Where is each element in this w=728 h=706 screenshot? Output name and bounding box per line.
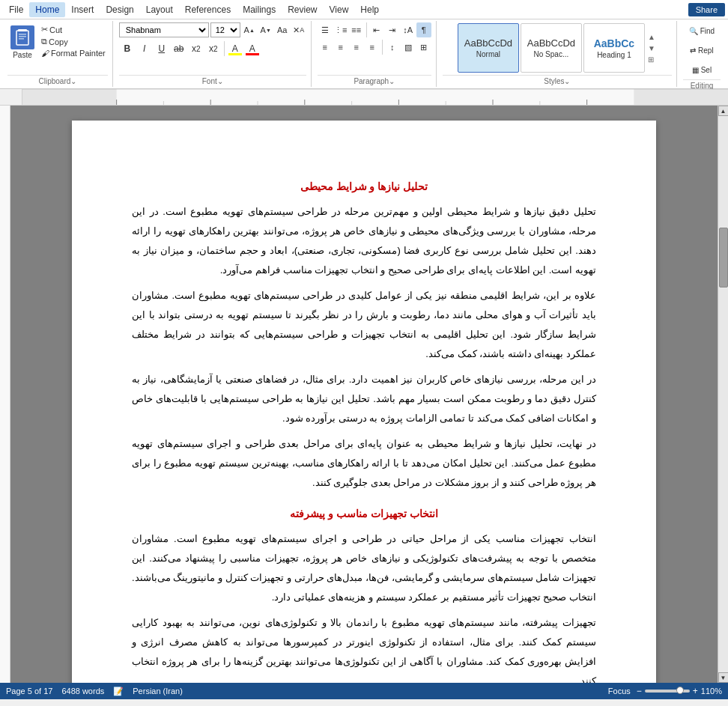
superscript-btn[interactable]: x2 xyxy=(205,40,222,57)
clipboard-expand-icon[interactable]: ⌄ xyxy=(70,77,76,85)
paragraph-group: ☰ ⋮≡ ≡≡ ⇤ ⇥ ↕A ¶ ≡ ≡ ≡ ≡ ↕ ▧ ⊞ xyxy=(313,21,437,87)
multilevel-btn[interactable]: ≡≡ xyxy=(349,22,364,37)
style-no-spacing-label: No Spac... xyxy=(534,50,569,58)
align-left-btn[interactable]: ≡ xyxy=(318,40,333,55)
svg-rect-7 xyxy=(634,89,728,105)
sort-btn[interactable]: ↕A xyxy=(401,22,416,37)
word-count: 6488 words xyxy=(61,687,104,696)
format-painter-button[interactable]: 🖌 Format Painter xyxy=(39,48,108,58)
borders-btn[interactable]: ⊞ xyxy=(416,40,431,55)
section2-para2: تجهیزات پیشرفته، مانند سیستم‌های تهویه م… xyxy=(132,613,596,683)
menu-bar: File Home Insert Design Layout Reference… xyxy=(0,0,728,19)
ribbon: Paste ✂ Cut ⧉ Copy 🖌 Format Painter xyxy=(0,19,728,89)
menu-view[interactable]: View xyxy=(324,2,355,17)
language-label: Persian (Iran) xyxy=(133,687,183,696)
style-heading1[interactable]: AaBbCc Heading 1 xyxy=(583,23,645,73)
font-size-select[interactable]: 12 xyxy=(210,22,240,37)
menu-references[interactable]: References xyxy=(179,2,237,17)
font-row2: B I U ab x2 x2 A A xyxy=(119,40,261,57)
font-name-select[interactable]: Shabnam xyxy=(119,22,209,37)
font-expand-icon[interactable]: ⌄ xyxy=(217,77,223,85)
align-right-btn[interactable]: ≡ xyxy=(349,40,364,55)
bullets-btn[interactable]: ☰ xyxy=(318,22,333,37)
para-expand-icon[interactable]: ⌄ xyxy=(389,77,395,85)
font-group-label: Font ⌄ xyxy=(119,75,306,85)
justify-btn[interactable]: ≡ xyxy=(365,40,380,55)
clipboard-group: Paste ✂ Cut ⧉ Copy 🖌 Format Painter xyxy=(3,21,113,87)
menu-file[interactable]: File xyxy=(3,2,29,17)
zoom-out-btn[interactable]: − xyxy=(637,686,642,696)
italic-btn[interactable]: I xyxy=(136,40,153,57)
scroll-track[interactable] xyxy=(718,116,728,672)
ruler-corner xyxy=(0,89,22,105)
editing-group: 🔍 Find ⇄ Repl ▦ Sel Editing xyxy=(679,21,725,87)
zoom-slider[interactable] xyxy=(645,690,690,693)
subscript-btn[interactable]: x2 xyxy=(188,40,204,57)
line-spacing-btn[interactable]: ↕ xyxy=(385,40,400,55)
paste-button[interactable]: Paste xyxy=(7,22,37,62)
doc-scroll[interactable]: تحلیل نیازها و شرایط محیطی تحلیل دقیق نی… xyxy=(10,106,718,683)
status-right: Focus − + 110% xyxy=(608,686,722,696)
increase-indent-btn[interactable]: ⇥ xyxy=(385,22,400,37)
menu-home[interactable]: Home xyxy=(29,2,65,17)
font-color-btn[interactable]: A xyxy=(244,40,261,57)
styles-scroll-up[interactable]: ▲ xyxy=(646,31,657,43)
menu-review[interactable]: Review xyxy=(282,2,323,17)
cut-label: Cut xyxy=(49,25,62,34)
find-btn[interactable]: 🔍 Find xyxy=(683,22,721,39)
increase-font-btn[interactable]: A▲ xyxy=(242,22,257,37)
styles-group-content: AaBbCcDd Normal AaBbCcDd No Spac... AaBb… xyxy=(458,22,657,73)
menu-design[interactable]: Design xyxy=(100,2,139,17)
format-painter-label: Format Painter xyxy=(51,49,106,58)
menu-insert[interactable]: Insert xyxy=(65,2,100,17)
section1-para2: علاوه بر این، شرایط اقلیمی منطقه نیز یکی… xyxy=(132,286,596,364)
font-divider xyxy=(224,41,225,56)
styles-scroll-mid[interactable]: ▼ xyxy=(646,43,657,54)
cut-button[interactable]: ✂ Cut xyxy=(39,24,108,35)
numbering-btn[interactable]: ⋮≡ xyxy=(333,22,348,37)
zoom-in-btn[interactable]: + xyxy=(693,686,698,696)
select-btn[interactable]: ▦ Sel xyxy=(683,61,721,78)
show-marks-btn[interactable]: ¶ xyxy=(416,22,431,37)
focus-btn[interactable]: Focus xyxy=(608,687,631,696)
font-row1: Shabnam 12 A▲ A▼ Aa ✕A xyxy=(119,22,306,37)
menu-help[interactable]: Help xyxy=(354,2,385,17)
zoom-bar: − + 110% xyxy=(637,686,722,696)
change-case-btn[interactable]: Aa xyxy=(275,22,290,37)
para-row1: ☰ ⋮≡ ≡≡ ⇤ ⇥ ↕A ¶ xyxy=(318,22,431,37)
style-no-spacing[interactable]: AaBbCcDd No Spac... xyxy=(521,23,582,73)
doc-page[interactable]: تحلیل نیازها و شرایط محیطی تحلیل دقیق نی… xyxy=(72,121,656,683)
underline-btn[interactable]: U xyxy=(154,40,170,57)
scroll-down-btn[interactable]: ▼ xyxy=(718,672,729,683)
styles-scroll: ▲ ▼ ⊞ xyxy=(646,31,657,65)
bold-btn[interactable]: B xyxy=(119,40,136,57)
paste-icon xyxy=(10,25,34,49)
para-row2: ≡ ≡ ≡ ≡ ↕ ▧ ⊞ xyxy=(318,40,431,55)
cut-icon: ✂ xyxy=(41,25,48,34)
style-normal-preview: AaBbCcDd xyxy=(464,37,512,49)
menu-layout[interactable]: Layout xyxy=(140,2,179,17)
clear-formatting-btn[interactable]: ✕A xyxy=(291,22,306,37)
copy-button[interactable]: ⧉ Copy xyxy=(39,36,108,47)
strikethrough-btn[interactable]: ab xyxy=(171,40,187,57)
ruler xyxy=(0,89,728,106)
svg-rect-5 xyxy=(22,89,728,105)
style-no-spacing-preview: AaBbCcDd xyxy=(527,37,575,49)
styles-expand-icon[interactable]: ⌄ xyxy=(564,77,570,85)
align-center-btn[interactable]: ≡ xyxy=(333,40,348,55)
para-div1 xyxy=(366,22,367,37)
shading-btn[interactable]: ▧ xyxy=(401,40,416,55)
replace-btn[interactable]: ⇄ Repl xyxy=(683,42,721,58)
menu-mailings[interactable]: Mailings xyxy=(237,2,282,17)
decrease-indent-btn[interactable]: ⇤ xyxy=(369,22,384,37)
style-normal[interactable]: AaBbCcDd Normal xyxy=(458,23,519,73)
scroll-up-btn[interactable]: ▲ xyxy=(718,106,729,116)
styles-scroll-expand[interactable]: ⊞ xyxy=(646,54,657,65)
clipboard-small-btns: ✂ Cut ⧉ Copy 🖌 Format Painter xyxy=(39,24,108,58)
text-highlight-btn[interactable]: A xyxy=(227,40,243,57)
styles-group: AaBbCcDd Normal AaBbCcDd No Spac... AaBb… xyxy=(438,21,677,87)
decrease-font-btn[interactable]: A▼ xyxy=(258,22,273,37)
share-button[interactable]: Share xyxy=(688,3,725,16)
scroll-thumb[interactable] xyxy=(719,228,728,287)
editing-group-content: 🔍 Find ⇄ Repl ▦ Sel xyxy=(683,22,721,78)
